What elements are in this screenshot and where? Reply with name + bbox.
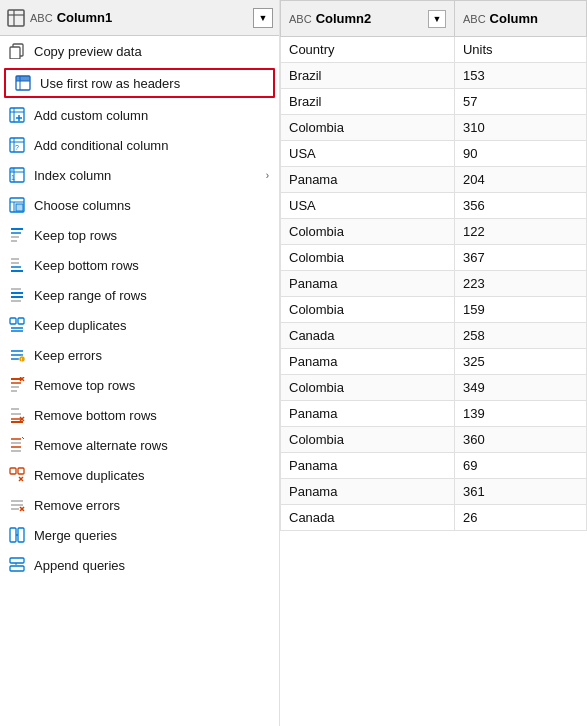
cell-units: 153 xyxy=(454,63,586,89)
table-row: Panama223 xyxy=(281,271,587,297)
data-table: ABC Column2 ▼ ABC Column CountryUnitsBra… xyxy=(280,0,587,531)
table-row: Panama204 xyxy=(281,167,587,193)
cell-country: Colombia xyxy=(281,115,455,141)
svg-rect-75 xyxy=(18,528,24,542)
submenu-arrow-icon: › xyxy=(266,170,269,181)
cell-country: Brazil xyxy=(281,63,455,89)
svg-line-64 xyxy=(22,437,24,439)
cell-units: 69 xyxy=(454,453,586,479)
cell-country: Panama xyxy=(281,349,455,375)
cell-country: Brazil xyxy=(281,89,455,115)
remove-top-icon xyxy=(8,376,26,394)
remove-alt-icon xyxy=(8,436,26,454)
table-icon xyxy=(6,8,26,28)
cell-country: Panama xyxy=(281,453,455,479)
table-row: Panama139 xyxy=(281,401,587,427)
svg-rect-26 xyxy=(16,204,23,211)
cell-units: 356 xyxy=(454,193,586,219)
svg-rect-9 xyxy=(10,108,24,122)
cell-units: Units xyxy=(454,37,586,63)
table-row: USA356 xyxy=(281,193,587,219)
menu-item-copy-preview[interactable]: Copy preview data xyxy=(0,36,279,66)
menu-item-label-keep-bottom: Keep bottom rows xyxy=(34,258,269,273)
cell-country: Panama xyxy=(281,401,455,427)
menu-item-merge[interactable]: Merge queries xyxy=(0,520,279,550)
menu-item-add-cond-col[interactable]: ? Add conditional column xyxy=(0,130,279,160)
menu-item-label-keep-range: Keep range of rows xyxy=(34,288,269,303)
table-row: Colombia310 xyxy=(281,115,587,141)
menu-item-use-first-row[interactable]: Use first row as headers xyxy=(4,68,275,98)
menu-item-index-col[interactable]: 1 # Index column› xyxy=(0,160,279,190)
table-row: Panama69 xyxy=(281,453,587,479)
cell-country: Colombia xyxy=(281,297,455,323)
menu-item-remove-alt[interactable]: Remove alternate rows xyxy=(0,430,279,460)
menu-item-remove-err[interactable]: Remove errors xyxy=(0,490,279,520)
menu-item-label-copy-preview: Copy preview data xyxy=(34,44,269,59)
menu-item-choose-cols[interactable]: Choose columns xyxy=(0,190,279,220)
merge-icon xyxy=(8,526,26,544)
svg-rect-66 xyxy=(18,468,24,474)
menu-item-label-keep-top: Keep top rows xyxy=(34,228,269,243)
cell-units: 26 xyxy=(454,505,586,531)
col2-filter-button[interactable]: ▼ xyxy=(428,10,446,28)
menu-item-add-custom-col[interactable]: Add custom column xyxy=(0,100,279,130)
append-icon xyxy=(8,556,26,574)
menu-item-keep-err[interactable]: ! Keep errors xyxy=(0,340,279,370)
menu-item-keep-top[interactable]: Keep top rows xyxy=(0,220,279,250)
cell-country: Colombia xyxy=(281,219,455,245)
copy-icon xyxy=(8,42,26,60)
cell-country: Colombia xyxy=(281,375,455,401)
menu-items-list: Copy preview data Use first row as heade… xyxy=(0,36,279,580)
remove-err-icon xyxy=(8,496,26,514)
menu-item-label-append: Append queries xyxy=(34,558,269,573)
svg-rect-0 xyxy=(8,10,24,26)
menu-item-label-keep-dup: Keep duplicates xyxy=(34,318,269,333)
menu-item-label-remove-dup: Remove duplicates xyxy=(34,468,269,483)
menu-item-keep-range[interactable]: Keep range of rows xyxy=(0,280,279,310)
cond-col-icon: ? xyxy=(8,136,26,154)
table-row: Colombia360 xyxy=(281,427,587,453)
cell-country: Panama xyxy=(281,479,455,505)
menu-item-label-remove-top: Remove top rows xyxy=(34,378,269,393)
svg-text:#: # xyxy=(11,167,14,173)
menu-item-label-merge: Merge queries xyxy=(34,528,269,543)
cell-units: 204 xyxy=(454,167,586,193)
col3-header: ABC Column xyxy=(454,1,586,37)
svg-rect-39 xyxy=(10,318,16,324)
cell-units: 360 xyxy=(454,427,586,453)
cell-units: 122 xyxy=(454,219,586,245)
data-grid: ABC Column2 ▼ ABC Column CountryUnitsBra… xyxy=(280,0,587,726)
menu-item-keep-dup[interactable]: Keep duplicates xyxy=(0,310,279,340)
cell-units: 310 xyxy=(454,115,586,141)
cell-units: 258 xyxy=(454,323,586,349)
menu-item-label-remove-err: Remove errors xyxy=(34,498,269,513)
menu-item-label-remove-alt: Remove alternate rows xyxy=(34,438,269,453)
col1-title: Column1 xyxy=(57,10,249,25)
cell-units: 349 xyxy=(454,375,586,401)
index-icon: 1 # xyxy=(8,166,26,184)
remove-dup-icon xyxy=(8,466,26,484)
cell-country: USA xyxy=(281,193,455,219)
table-row: Brazil57 xyxy=(281,89,587,115)
table-row: Colombia367 xyxy=(281,245,587,271)
svg-text:?: ? xyxy=(15,144,19,151)
cell-units: 139 xyxy=(454,401,586,427)
cell-country: Colombia xyxy=(281,427,455,453)
keep-range-icon xyxy=(8,286,26,304)
header-icon xyxy=(14,74,32,92)
menu-item-remove-bottom[interactable]: Remove bottom rows xyxy=(0,400,279,430)
menu-item-keep-bottom[interactable]: Keep bottom rows xyxy=(0,250,279,280)
cell-country: Country xyxy=(281,37,455,63)
col1-filter-button[interactable]: ▼ xyxy=(253,8,273,28)
menu-item-remove-top[interactable]: Remove top rows xyxy=(0,370,279,400)
cell-units: 325 xyxy=(454,349,586,375)
svg-rect-4 xyxy=(10,47,20,59)
table-row: Brazil153 xyxy=(281,63,587,89)
column1-header: ABC Column1 ▼ xyxy=(0,0,279,36)
menu-item-append[interactable]: Append queries xyxy=(0,550,279,580)
menu-item-remove-dup[interactable]: Remove duplicates xyxy=(0,460,279,490)
choose-icon xyxy=(8,196,26,214)
cell-country: Canada xyxy=(281,505,455,531)
cell-units: 223 xyxy=(454,271,586,297)
table-row: USA90 xyxy=(281,141,587,167)
